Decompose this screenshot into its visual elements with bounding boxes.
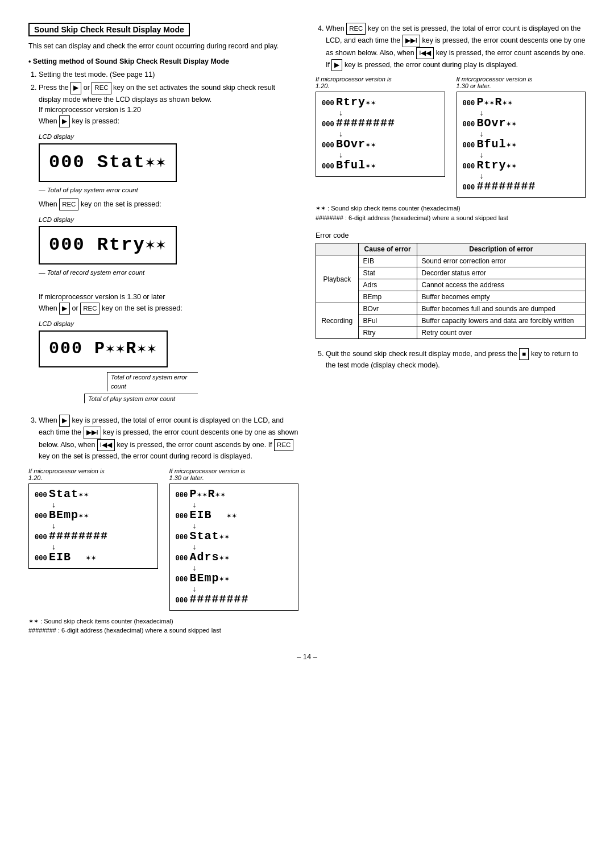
cause-bovr: BOvr xyxy=(358,303,417,315)
left-column: Sound Skip Check Result Display Mode Thi… xyxy=(28,23,298,635)
desc-adrs: Cannot access the address xyxy=(417,279,585,291)
version-note: If microprocessor version is 1.20 xyxy=(39,106,141,114)
footnote-right-2: ######## : 6-digit address (hexadecimal)… xyxy=(316,213,586,223)
table-header-row: Cause of error Description of error xyxy=(316,243,586,255)
step3-diagram: If microprocessor version is1.20. 000 St… xyxy=(28,468,298,611)
right-column: When REC key on the set is pressed, the … xyxy=(316,23,586,635)
steps-list: Setting the test mode. (See page 11) Pre… xyxy=(28,69,298,462)
page-content: Sound Skip Check Result Display Mode Thi… xyxy=(28,23,586,635)
col-cause: Cause of error xyxy=(358,243,417,255)
steps-list-right: When REC key on the set is pressed, the … xyxy=(316,23,586,71)
cause-bful: BFul xyxy=(358,315,417,327)
step-5: Quit the sound skip check result display… xyxy=(326,348,586,371)
step-3: When ▶ key is pressed, the total of erro… xyxy=(39,415,298,462)
diagram-label-left-4: If microprocessor version is1.20. xyxy=(316,76,445,89)
footnote-2: ######## : 6-digit address (hexadecimal)… xyxy=(28,626,298,635)
col-desc: Description of error xyxy=(417,243,585,255)
lcd-display-2: 000 Rtry✶✶ xyxy=(39,226,177,264)
flow-item: 000 Stat✶✶ ↓ 000 BEmp✶✶ ↓ 000 ######## ↓… xyxy=(35,487,152,564)
when-rec-note: When REC key on the set is pressed: xyxy=(39,200,161,208)
cause-bemp: BEmp xyxy=(358,291,417,303)
flow-box-left-3: 000 Stat✶✶ ↓ 000 BEmp✶✶ ↓ 000 ######## ↓… xyxy=(28,483,158,569)
flow-box-right-4: 000 P✶✶R✶✶ ↓ 000 BOvr✶✶ ↓ 000 Bful✶✶ ↓ 0… xyxy=(457,92,586,198)
flow-item: 000 P✶✶R✶✶ ↓ 000 EIB ✶✶ ↓ 000 Stat✶✶ ↓ 0… xyxy=(176,487,293,606)
ann2: Total of play system error count xyxy=(88,395,175,402)
error-table: Cause of error Description of error Play… xyxy=(316,243,586,339)
cause-adrs: Adrs xyxy=(358,279,417,291)
error-code-section: Error code Cause of error Description of… xyxy=(316,232,586,339)
lcd-label-1: LCD display xyxy=(39,132,298,142)
diagram-col-right-4: If microprocessor version is1.30 or late… xyxy=(457,76,586,198)
lcd-display-3: 000 P✶✶R✶✶ xyxy=(39,330,168,367)
desc-stat: Decorder status error xyxy=(417,267,585,279)
cause-rtry: Rtry xyxy=(358,327,417,339)
lcd-label-2: LCD display xyxy=(39,215,298,225)
step4-diagram: If microprocessor version is1.20. 000 Rt… xyxy=(316,76,586,198)
flow-item: 000 Rtry✶✶ ↓ 000 ######## ↓ 000 BOvr✶✶ ↓… xyxy=(322,96,439,172)
version-note-130: If microprocessor version is 1.30 or lat… xyxy=(39,293,165,301)
desc-bful: Buffer capacity lowers and data are forc… xyxy=(417,315,585,327)
desc-rtry: Retry count over xyxy=(417,327,585,339)
play-key: ▶ xyxy=(70,82,81,94)
footnote-right: ✶✶ : Sound skip check items counter (hex… xyxy=(316,204,586,222)
section-title: Sound Skip Check Result Display Mode xyxy=(28,23,190,36)
diagram-label-left-3: If microprocessor version is1.20. xyxy=(28,468,158,481)
lcd-caption-1: — Total of play system error count xyxy=(39,185,298,195)
cause-stat: Stat xyxy=(358,267,417,279)
diagram-label-right-3: If microprocessor version is1.30 or late… xyxy=(169,468,299,481)
when-note-130: When ▶ or REC key on the set is pressed: xyxy=(39,304,182,312)
ann1: Total of record system error count xyxy=(111,374,187,390)
when-note: When ▶ key is pressed: xyxy=(39,117,119,125)
rec-key: REC xyxy=(92,82,111,94)
step-1: Setting the test mode. (See page 11) xyxy=(39,69,298,80)
footnote-1: ✶✶ : Sound skip check items counter (hex… xyxy=(28,617,298,626)
bullet-title: • Setting method of Sound Skip Check Res… xyxy=(28,56,298,67)
error-code-label: Error code xyxy=(316,232,586,239)
group-playback: Playback xyxy=(316,255,359,303)
flow-item: 000 P✶✶R✶✶ ↓ 000 BOvr✶✶ ↓ 000 Bful✶✶ ↓ 0… xyxy=(463,96,580,193)
lcd-caption-2: — Total of record system error count xyxy=(39,268,298,278)
footnote-section: ✶✶ : Sound skip check items counter (hex… xyxy=(28,617,298,635)
desc-eib: Sound error correction error xyxy=(417,255,585,267)
table-row: Recording BOvr Buffer becomes full and s… xyxy=(316,303,586,315)
cause-eib: EIB xyxy=(358,255,417,267)
desc-bemp: Buffer becomes empty xyxy=(417,291,585,303)
diagram-label-right-4: If microprocessor version is1.30 or late… xyxy=(457,76,586,89)
intro-text: This set can display and check the error… xyxy=(28,41,298,52)
step-4: When REC key on the set is pressed, the … xyxy=(326,23,586,71)
group-recording: Recording xyxy=(316,303,359,339)
diagram-col-left-3: If microprocessor version is1.20. 000 St… xyxy=(28,468,158,611)
page-number: – 14 – xyxy=(28,652,586,661)
table-row: Playback EIB Sound error correction erro… xyxy=(316,255,586,267)
desc-bovr: Buffer becomes full and sounds are dumpe… xyxy=(417,303,585,315)
diagram-col-left-4: If microprocessor version is1.20. 000 Rt… xyxy=(316,76,445,198)
flow-box-left-4: 000 Rtry✶✶ ↓ 000 ######## ↓ 000 BOvr✶✶ ↓… xyxy=(316,92,445,177)
step5-list: Quit the sound skip check result display… xyxy=(316,348,586,371)
col-group xyxy=(316,243,359,255)
step-2: Press the ▶ or REC key on the set activa… xyxy=(39,82,298,403)
diagram-col-right-3: If microprocessor version is1.30 or late… xyxy=(169,468,299,611)
footnote-right-1: ✶✶ : Sound skip check items counter (hex… xyxy=(316,204,586,213)
flow-box-right-3: 000 P✶✶R✶✶ ↓ 000 EIB ✶✶ ↓ 000 Stat✶✶ ↓ 0… xyxy=(169,483,299,611)
lcd-display-1: 000 Stat✶✶ xyxy=(39,143,177,182)
lcd-label-3: LCD display xyxy=(39,319,298,329)
